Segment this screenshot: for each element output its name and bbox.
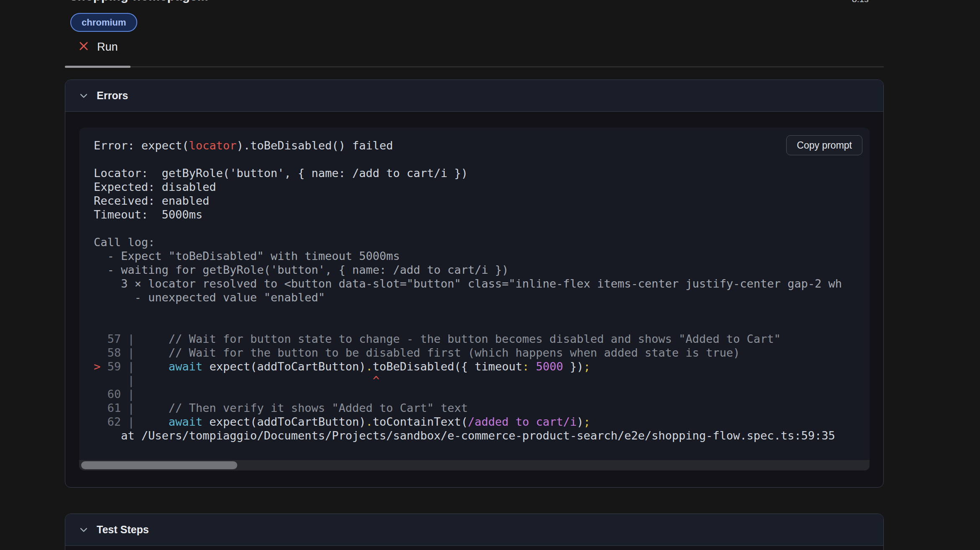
browser-badge-label: chromium	[82, 17, 126, 28]
errors-section-header[interactable]: Errors	[65, 80, 883, 112]
test-duration: 8.1s	[852, 0, 869, 4]
horizontal-scrollbar[interactable]	[79, 460, 870, 470]
tab-run-label: Run	[97, 41, 118, 54]
test-steps-section-title: Test Steps	[97, 524, 149, 536]
test-report-screen: shopping-homepage... 8.1s chromium Run E…	[0, 0, 980, 550]
chevron-down-icon	[78, 524, 90, 536]
test-title: shopping-homepage...	[70, 0, 208, 3]
browser-badge-chromium[interactable]: chromium	[70, 13, 137, 32]
chevron-down-icon	[78, 90, 90, 102]
errors-section-title: Errors	[97, 90, 128, 102]
tab-run-active-underline	[65, 66, 131, 68]
test-steps-section: Test Steps	[65, 514, 884, 550]
failed-x-icon	[78, 40, 90, 54]
tab-run[interactable]: Run	[78, 40, 118, 54]
copy-prompt-button[interactable]: Copy prompt	[786, 135, 862, 155]
errors-section: Errors Error: expect(locator).toBeDisabl…	[65, 80, 884, 488]
error-output-text: Error: expect(locator).toBeDisabled() fa…	[79, 128, 870, 442]
tab-bar-divider	[65, 66, 884, 67]
error-output-panel: Error: expect(locator).toBeDisabled() fa…	[79, 128, 870, 470]
test-steps-section-header[interactable]: Test Steps	[65, 514, 883, 546]
horizontal-scrollbar-thumb[interactable]	[81, 461, 237, 469]
